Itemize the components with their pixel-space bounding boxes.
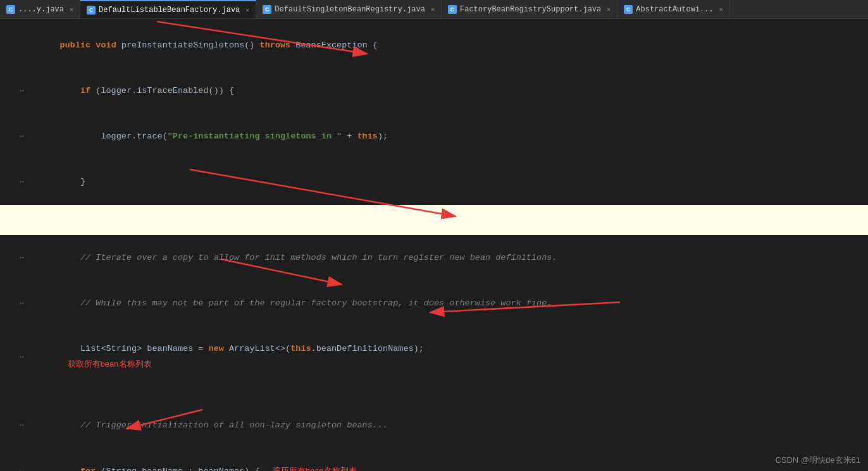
fold-4[interactable]: ↦: [18, 174, 27, 190]
tab-label-2: DefaultListableBeanFactory.java: [99, 6, 240, 15]
code-line-2: ↦ if (logger.isTraceEnabled()) {: [0, 68, 868, 114]
tab-close-4[interactable]: ✕: [607, 6, 611, 13]
code-content-5: // Iterate over a copy to allow for init…: [27, 235, 868, 281]
code-content-9: for (String beanName : beanNames) { 遍历所有…: [27, 448, 868, 471]
tab-label-5: AbstractAutowi...: [636, 5, 713, 14]
code-content-1: public void preInstantiateSingletons() t…: [27, 23, 868, 68]
tab-bar: C ....y.java ✕ C DefaultListableBeanFact…: [0, 0, 868, 19]
tab-factorybean[interactable]: C FactoryBeanRegistrySupport.java ✕: [442, 0, 617, 18]
code-content-4: }: [27, 159, 868, 205]
tab-close-2[interactable]: ✕: [245, 6, 249, 14]
tab-label-1: ....y.java: [18, 5, 64, 14]
tab-icon-2: C: [87, 6, 96, 15]
code-content-3: logger.trace("Pre-instantiating singleto…: [27, 114, 868, 159]
code-line-empty3: [0, 388, 868, 403]
fold-2[interactable]: ↦: [18, 83, 27, 99]
tab-defaultlistable[interactable]: C DefaultListableBeanFactory.java ✕: [80, 0, 256, 18]
watermark: CSDN @明快de玄米61: [775, 455, 860, 466]
code-content-7: List<String> beanNames = new ArrayList<>…: [27, 326, 868, 388]
tab-abstractautowi[interactable]: C AbstractAutowi... ✕: [617, 0, 729, 18]
annotation-beannames: 获取所有bean名称列表: [68, 359, 152, 369]
code-content-8: // Trigger initialization of all non-laz…: [27, 403, 868, 448]
tab-icon-1: C: [6, 5, 15, 14]
fold-9[interactable]: ↦: [18, 464, 27, 472]
code-line-empty2: [0, 220, 868, 235]
code-line-3: ↦ logger.trace("Pre-instantiating single…: [0, 114, 868, 159]
tab-icon-3: C: [263, 5, 271, 14]
fold-3[interactable]: ↦: [18, 129, 27, 144]
code-line-1: public void preInstantiateSingletons() t…: [0, 23, 868, 68]
tab-defaultsingleton[interactable]: C DefaultSingletonBeanRegistry.java ✕: [256, 0, 442, 18]
fold-5[interactable]: ↦: [18, 250, 27, 266]
code-line-empty1: [0, 205, 868, 220]
tab-icon-5: C: [624, 5, 633, 14]
code-line-8: ↦ // Trigger initialization of all non-l…: [0, 403, 868, 448]
fold-6[interactable]: ↦: [18, 296, 27, 311]
code-line-6: ↦ // While this may not be part of the r…: [0, 281, 868, 326]
tab-icon-4: C: [448, 5, 457, 14]
fold-8[interactable]: ↦: [18, 418, 27, 433]
tab-label-3: DefaultSingletonBeanRegistry.java: [275, 5, 425, 14]
tab-close-3[interactable]: ✕: [431, 6, 435, 13]
code-content-2: if (logger.isTraceEnabled()) {: [27, 68, 868, 114]
code-line-5: ↦ // Iterate over a copy to allow for in…: [0, 235, 868, 281]
fold-7[interactable]: ↦: [18, 350, 27, 365]
code-area: public void preInstantiateSingletons() t…: [0, 19, 868, 471]
code-line-7: ↦ List<String> beanNames = new ArrayList…: [0, 326, 868, 388]
code-content-6: // While this may not be part of the reg…: [27, 281, 868, 326]
code-line-4: ↦ }: [0, 159, 868, 205]
code-line-9: ↦ for (String beanName : beanNames) { 遍历…: [0, 448, 868, 471]
tab-close-1[interactable]: ✕: [70, 6, 73, 13]
tab-y-java[interactable]: C ....y.java ✕: [0, 0, 80, 18]
annotation-foreach: 遍历所有bean名称列表: [273, 466, 357, 471]
tab-label-4: FactoryBeanRegistrySupport.java: [460, 5, 601, 14]
tab-close-5[interactable]: ✕: [719, 6, 723, 13]
